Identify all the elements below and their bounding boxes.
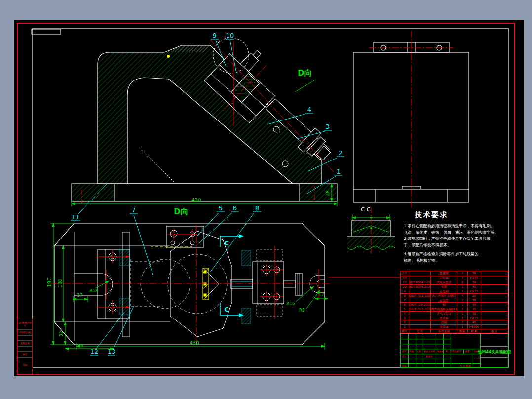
tb-scale-value: 1:2 [474, 357, 477, 359]
bom-cell [481, 289, 508, 293]
bom-cell [481, 307, 508, 311]
bom-row: 7定位盘2T8 [401, 298, 508, 302]
bom-row: 13支紧圈2T8 [401, 271, 508, 276]
bom-cell: T8 [468, 280, 481, 284]
tech-req-line: 锐角、毛刺和异物。 [404, 257, 511, 264]
section-c-bottom-label: C [224, 306, 229, 313]
margin-strip-row: 签字 [18, 352, 32, 358]
bom-cell: 7 [401, 298, 409, 302]
bom-row: 2挡销145 [401, 320, 508, 324]
bom-cell [409, 289, 431, 293]
bom-row: 11JB/T 8004.1-1999六角头支承8T8 [401, 280, 508, 284]
bom-cell: Q235 [468, 316, 481, 320]
bom-cell: 六角头支承 [431, 280, 457, 284]
callout-11: 11 [72, 213, 80, 221]
tech-req-line: 3.组装前严格检查并消除零件加工时残留的 [404, 251, 511, 257]
bom-cell: 支承板 [431, 316, 457, 320]
bom-cell: 2 [457, 298, 468, 302]
callout-13: 13 [108, 348, 116, 355]
bom-cell: 4 [401, 312, 409, 316]
bom-cell: Q235 [468, 276, 481, 280]
bom-cell [481, 320, 508, 324]
bom-cell [481, 280, 508, 284]
margin-strip-row [18, 347, 32, 352]
bom-cell [481, 276, 508, 280]
plan-view: 197 188 17 R18 R16 R8 17 32 93 430 C C [47, 223, 330, 350]
d-view-bottom-label: D向 [174, 207, 188, 216]
bom-cell: 45 [468, 320, 481, 324]
bom-cell: 45 [468, 285, 481, 289]
margin-strip-row: 借(通)用件登记 [18, 319, 32, 330]
tech-requirements-title: 技术要求 [415, 210, 511, 220]
bom-cell: 8 [457, 280, 468, 284]
margin-strip-row: 旧底图总号 [18, 330, 32, 336]
bom-row: 10JB/T 8004.2-1999垫圈145 [401, 284, 508, 289]
tech-req-line: 2.装配紧固时，严禁打击或使用不合适的工具和扳 [404, 236, 511, 242]
callout-2: 2 [339, 149, 342, 157]
tech-req-line: 手，装配后螺纹不得损坏。 [404, 242, 511, 248]
bom-cell: 6 [401, 303, 409, 307]
bom-row: 1夹具体1HT200 [401, 324, 508, 329]
dim-radius-right-inner: R8 [299, 308, 305, 313]
side-view [353, 31, 469, 209]
bom-cell [481, 325, 508, 329]
bom-cell [409, 298, 431, 302]
callout-4: 4 [307, 106, 311, 113]
bom-cell: 1 [457, 307, 468, 311]
bom-cell: 35 [468, 307, 481, 311]
drawing-title: 铣M44夹具装配图 [478, 349, 511, 355]
bom-cell: GB/T 119-2000 [409, 303, 431, 307]
bom-cell [481, 294, 508, 298]
callout-10: 10 [226, 32, 234, 39]
dim-plan-inner-height: 188 [58, 279, 63, 287]
bom-row: 9定位销1Q235 [401, 289, 508, 293]
bom-cell: 内六角圆柱头螺钉 [431, 294, 457, 298]
margin-strip-row [18, 336, 32, 341]
bom-cell: 内六角圆柱头螺钉 M6 [431, 307, 457, 311]
bom-cell: 定位盘 [431, 298, 457, 302]
bom-cell: 1 [457, 312, 468, 316]
bom-cell [409, 320, 431, 324]
bom-cell: 13 [401, 271, 409, 276]
bom-cell: JB/T 8004.2-1999 [409, 285, 431, 289]
margin-strip-row: 日期 [18, 362, 32, 368]
bom-cell: 5 [401, 307, 409, 311]
bom-row: 3支承板1Q235 [401, 316, 508, 320]
tb-audit: 审核 [402, 364, 407, 367]
callout-3: 3 [326, 123, 330, 130]
bom-cell: T8 [468, 298, 481, 302]
section-c-top-label: C [224, 239, 229, 247]
bom-cell: 45 [468, 303, 481, 307]
bom-cell: 定位销 [431, 289, 457, 293]
bom-row: 12定位块1Q235 [401, 276, 508, 280]
margin-strip-row: 底图总号 [18, 341, 32, 347]
tb-stage: 阶段标记 [453, 350, 461, 352]
tech-requirements: 技术要求 1.零件在装配前必须清理和清洗干净，不得有毛刺、 飞边、氧化皮、锈蚀、… [404, 210, 511, 264]
bom-cell: HT200 [468, 325, 481, 329]
bom-cell: Q235 [468, 289, 481, 293]
callout-12: 12 [90, 348, 99, 355]
bom-cell [409, 271, 431, 276]
tb-date: 年、月、日 [441, 350, 453, 352]
bom-cell: 11 [401, 280, 409, 284]
bom-cell: 1 [457, 289, 468, 293]
bom-cell: GB/T 70.1-2000 [409, 307, 431, 311]
bom-cell: 支紧圈 [431, 271, 457, 276]
bom-cell [481, 316, 508, 320]
bom-cell: 2 [401, 320, 409, 324]
bom-cell: 8 [401, 294, 409, 298]
selected-v-insert [151, 247, 209, 300]
bom-cell: 12 [401, 276, 409, 280]
bom-cell: 挡销 [431, 320, 457, 324]
tb-weight: 质量 [465, 350, 470, 352]
bom-cell: 1 [457, 316, 468, 320]
margin-strip-row [18, 368, 32, 375]
bom-cell: GB/T 70.1-2000 [409, 294, 431, 298]
bom-row: 4定位V型块1T8 [401, 311, 508, 316]
section-cc-view: C-C [347, 206, 395, 254]
tb-count: 处数 [410, 350, 414, 352]
bom-cell [409, 276, 431, 280]
bom-cell: 4 [457, 294, 468, 298]
bom-row: 5GB/T 70.1-2000内六角圆柱头螺钉 M6135 [401, 307, 508, 311]
bom-cell: 定位块 [431, 276, 457, 280]
